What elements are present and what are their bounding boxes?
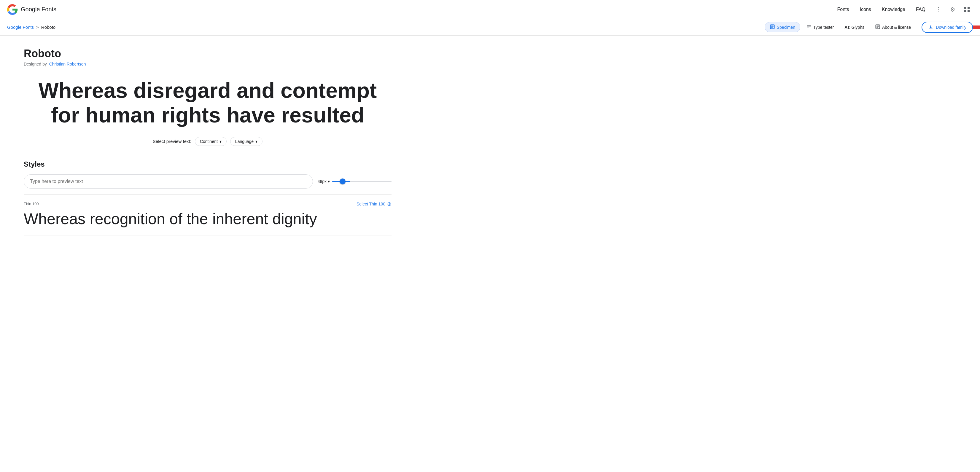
download-icon [928, 25, 934, 30]
tab-glyphs[interactable]: Az Glyphs [840, 23, 869, 32]
svg-rect-1 [967, 7, 970, 9]
logo-text: Google Fonts [21, 6, 56, 13]
continent-dropdown[interactable]: Continent ▾ [195, 137, 227, 146]
preview-text-input[interactable] [24, 174, 313, 189]
language-label: Language [235, 139, 254, 144]
download-family-button[interactable]: Download family [921, 22, 973, 33]
top-navigation: Google Fonts Fonts Icons Knowledge FAQ ⋮… [0, 0, 980, 19]
theme-toggle-button[interactable]: ⚙ [947, 3, 959, 16]
continent-label: Continent [200, 139, 218, 144]
select-thin-100-button[interactable]: Select Thin 100 ⊕ [356, 201, 391, 207]
svg-rect-3 [967, 10, 970, 12]
svg-rect-15 [929, 29, 932, 29]
svg-rect-0 [964, 7, 966, 9]
more-options-button[interactable]: ⋮ [932, 3, 944, 16]
font-title: Roboto [24, 48, 391, 60]
type-tester-tab-icon [806, 24, 811, 30]
svg-marker-16 [973, 22, 980, 33]
nav-icons[interactable]: Icons [860, 7, 871, 12]
sub-navigation: Google Fonts > Roboto Specimen Type test… [0, 19, 980, 36]
designer-link[interactable]: Christian Robertson [49, 62, 86, 67]
style-preview-text: Whereas recognition of the inherent dign… [24, 210, 391, 228]
size-value: 48px [318, 179, 326, 184]
styles-heading: Styles [24, 160, 391, 168]
tab-specimen[interactable]: Specimen [765, 22, 800, 32]
theme-icon: ⚙ [950, 6, 955, 13]
glyphs-tab-label: Glyphs [851, 25, 864, 30]
breadcrumb-current: Roboto [41, 25, 56, 30]
preview-section: Whereas disregard and contempt for human… [24, 78, 391, 146]
style-name: Thin 100 [24, 202, 39, 206]
specimen-tab-label: Specimen [777, 25, 795, 30]
specimen-tab-icon [770, 24, 775, 30]
style-row-header: Thin 100 Select Thin 100 ⊕ [24, 201, 391, 207]
style-row-thin-100: Thin 100 Select Thin 100 ⊕ Whereas recog… [24, 194, 391, 234]
svg-rect-2 [964, 10, 966, 12]
nav-fonts[interactable]: Fonts [837, 7, 849, 12]
red-arrow-indicator [973, 22, 980, 33]
tab-type-tester[interactable]: Type tester [802, 22, 838, 32]
download-area: Download family [917, 22, 973, 33]
size-label: 48px ▾ [318, 179, 330, 184]
grid-view-button[interactable] [961, 3, 973, 16]
size-control: 48px ▾ [318, 179, 391, 184]
nav-icons-group: ⋮ ⚙ [932, 3, 973, 16]
about-tab-icon [875, 24, 880, 30]
breadcrumb-separator: > [36, 25, 39, 30]
bottom-divider [24, 235, 391, 235]
designer-prefix: Designed by [24, 62, 47, 67]
preview-input-row: 48px ▾ [24, 174, 391, 189]
preview-text: Whereas disregard and contempt for human… [24, 78, 391, 127]
select-style-label: Select Thin 100 [356, 202, 385, 207]
language-dropdown[interactable]: Language ▾ [230, 137, 262, 146]
type-tester-tab-label: Type tester [813, 25, 834, 30]
add-circle-icon: ⊕ [387, 201, 391, 207]
nav-links: Fonts Icons Knowledge FAQ [837, 7, 926, 12]
preview-controls: Select preview text: Continent ▾ Languag… [24, 137, 391, 146]
main-content: Roboto Designed by Christian Robertson W… [0, 36, 415, 247]
about-tab-label: About & license [882, 25, 911, 30]
styles-section: Styles 48px ▾ Thin 100 Select Thin 100 ⊕ [24, 160, 391, 235]
language-chevron-icon: ▾ [255, 139, 258, 144]
tab-about[interactable]: About & license [870, 22, 916, 32]
font-designer: Designed by Christian Robertson [24, 62, 391, 67]
google-logo-icon [7, 4, 18, 15]
size-chevron-icon: ▾ [328, 179, 330, 184]
more-dots-icon: ⋮ [935, 6, 942, 13]
nav-knowledge[interactable]: Knowledge [882, 7, 905, 12]
breadcrumb: Google Fonts > Roboto [7, 25, 56, 30]
nav-faq[interactable]: FAQ [916, 7, 926, 12]
download-button-label: Download family [936, 25, 966, 30]
font-size-slider[interactable] [332, 181, 391, 182]
logo-area: Google Fonts [7, 4, 56, 15]
continent-chevron-icon: ▾ [220, 139, 221, 144]
breadcrumb-home-link[interactable]: Google Fonts [7, 25, 34, 30]
sub-nav-tabs: Specimen Type tester Az Glyphs About & l… [765, 22, 973, 33]
grid-icon [963, 6, 970, 13]
select-preview-label: Select preview text: [153, 139, 191, 144]
glyphs-tab-icon: Az [845, 25, 850, 30]
